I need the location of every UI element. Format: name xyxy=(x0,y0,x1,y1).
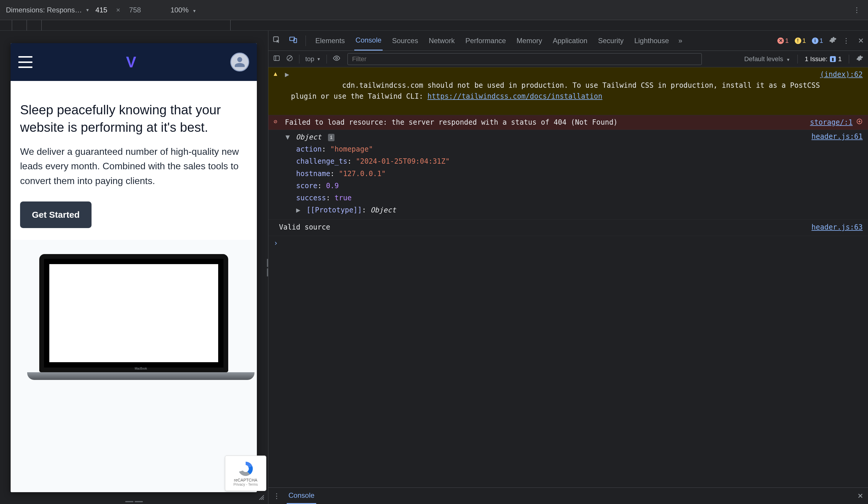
tab-memory[interactable]: Memory xyxy=(516,31,544,50)
issue-icon: ▮ xyxy=(830,56,836,62)
issues-chip[interactable]: 1 Issue: ▮ 1 xyxy=(805,55,842,63)
tab-performance[interactable]: Performance xyxy=(464,31,507,50)
info-badge[interactable]: i xyxy=(328,134,334,141)
log-message: Valid source xyxy=(279,223,330,231)
inspect-icon[interactable] xyxy=(272,36,281,46)
close-icon[interactable]: ✕ xyxy=(858,37,864,45)
log-message: cdn.tailwindcss.com should not be used i… xyxy=(291,69,820,113)
warning-count-chip[interactable]: ! 1 xyxy=(795,37,806,44)
log-message: Failed to load resource: the server resp… xyxy=(285,117,810,128)
page-header: V xyxy=(11,43,257,81)
error-count-chip[interactable]: ✕ 1 xyxy=(777,37,788,44)
tab-lighthouse[interactable]: Lighthouse xyxy=(633,31,670,50)
device-toggle-icon[interactable] xyxy=(289,36,297,46)
svg-line-6 xyxy=(288,57,291,60)
log-levels-dropdown[interactable]: Default levels ▼ xyxy=(744,55,790,63)
context-selector[interactable]: top ▼ xyxy=(305,55,321,63)
logo[interactable]: V xyxy=(126,53,137,71)
recaptcha-label: reCAPTCHA xyxy=(234,478,257,482)
device-toolbar: Dimensions: Respons… ▼ 415 × 758 100% ▼ … xyxy=(0,0,868,20)
viewport-height-input[interactable]: 758 xyxy=(129,6,141,14)
user-icon xyxy=(234,56,246,68)
cors-icon[interactable] xyxy=(856,117,863,128)
log-entry-object[interactable]: header.js:61 ▼ Object i action: "homepag… xyxy=(268,130,868,220)
devtools-tabbar: Elements Console Sources Network Perform… xyxy=(268,31,868,51)
console-toolbar: top ▼ Default levels ▼ 1 Issue: ▮ xyxy=(268,51,868,67)
chevron-down-icon: ▼ xyxy=(786,57,790,62)
hero-subtitle: We deliver a guaranteed number of high-q… xyxy=(20,144,247,189)
gear-icon[interactable] xyxy=(829,36,837,46)
expand-icon[interactable]: ▶ xyxy=(296,206,300,214)
log-source-link[interactable]: (index):62 xyxy=(820,69,863,113)
warning-icon: ▲ xyxy=(274,69,282,113)
tab-sources[interactable]: Sources xyxy=(391,31,419,50)
resize-handle-corner[interactable] xyxy=(258,494,264,500)
sidebar-toggle-icon[interactable] xyxy=(273,55,280,63)
chevron-down-icon: ▼ xyxy=(317,57,321,61)
kebab-menu-icon[interactable]: ⋮ xyxy=(273,492,280,500)
tailwind-docs-link[interactable]: https://tailwindcss.com/docs/installatio… xyxy=(427,92,602,100)
live-expression-icon[interactable] xyxy=(333,54,340,64)
filter-input[interactable] xyxy=(348,53,702,65)
log-source-link[interactable]: header.js:63 xyxy=(812,222,863,233)
log-source-link[interactable]: storage/:1 xyxy=(810,117,853,128)
console-prompt[interactable]: › xyxy=(268,236,868,251)
dimensions-dropdown[interactable]: Dimensions: Respons… ▼ xyxy=(6,6,90,14)
log-entry-warning[interactable]: ▲ ▶ cdn.tailwindcss.com should not be us… xyxy=(268,67,868,115)
tab-application[interactable]: Application xyxy=(551,31,588,50)
more-tabs-icon[interactable]: » xyxy=(679,37,682,45)
devtools-drawer: ⋮ Console ✕ xyxy=(268,487,868,504)
recaptcha-privacy: Privacy - Terms xyxy=(234,482,257,486)
rendered-page: V Sleep peacefully knowing that your web… xyxy=(11,43,257,492)
chevron-down-icon: ▼ xyxy=(85,8,90,12)
info-icon: i xyxy=(812,38,818,44)
devtools-panel: Elements Console Sources Network Perform… xyxy=(268,31,868,504)
svg-rect-3 xyxy=(274,56,279,61)
dimensions-label: Dimensions: Respons… xyxy=(6,6,82,14)
preview-pane: V Sleep peacefully knowing that your web… xyxy=(0,31,268,504)
svg-point-7 xyxy=(336,57,338,59)
viewport-ruler xyxy=(0,20,868,31)
get-started-button[interactable]: Get Started xyxy=(20,201,92,228)
info-count-chip[interactable]: i 1 xyxy=(812,37,823,44)
log-entry-error[interactable]: ⊘ Failed to load resource: the server re… xyxy=(268,115,868,130)
kebab-menu-icon[interactable]: ⋮ xyxy=(851,6,862,14)
tab-elements[interactable]: Elements xyxy=(314,31,346,50)
drawer-tab-console[interactable]: Console xyxy=(287,488,316,504)
warning-icon: ! xyxy=(795,38,801,44)
log-entry-info[interactable]: Valid source header.js:63 xyxy=(268,220,868,236)
error-icon: ⊘ xyxy=(274,117,282,128)
close-icon[interactable]: ✕ xyxy=(857,492,863,500)
tab-security[interactable]: Security xyxy=(597,31,625,50)
zoom-dropdown[interactable]: 100% ▼ xyxy=(170,6,196,14)
resize-handle-right[interactable] xyxy=(267,259,268,276)
clear-console-icon[interactable] xyxy=(286,55,293,63)
viewport-width-input[interactable]: 415 xyxy=(95,6,107,14)
tab-network[interactable]: Network xyxy=(427,31,456,50)
recaptcha-icon xyxy=(237,460,255,478)
expand-icon[interactable]: ▶ xyxy=(285,69,289,113)
console-log: ▲ ▶ cdn.tailwindcss.com should not be us… xyxy=(268,67,868,487)
kebab-menu-icon[interactable]: ⋮ xyxy=(843,37,850,45)
error-icon: ✕ xyxy=(777,38,784,44)
gear-icon[interactable] xyxy=(856,55,863,63)
chevron-down-icon: ▼ xyxy=(192,9,196,13)
tab-console[interactable]: Console xyxy=(354,31,383,51)
hero-title: Sleep peacefully knowing that your websi… xyxy=(20,101,247,136)
laptop-illustration: MacBook xyxy=(20,254,247,390)
laptop-label: MacBook xyxy=(135,367,147,370)
avatar[interactable] xyxy=(230,53,249,71)
dimension-separator: × xyxy=(116,6,120,14)
resize-handle-bottom[interactable] xyxy=(125,501,143,502)
hamburger-menu-icon[interactable] xyxy=(18,56,32,68)
log-source-link[interactable]: header.js:61 xyxy=(812,131,863,142)
recaptcha-badge[interactable]: reCAPTCHA Privacy - Terms xyxy=(225,455,257,491)
collapse-icon[interactable]: ▼ xyxy=(286,133,290,141)
